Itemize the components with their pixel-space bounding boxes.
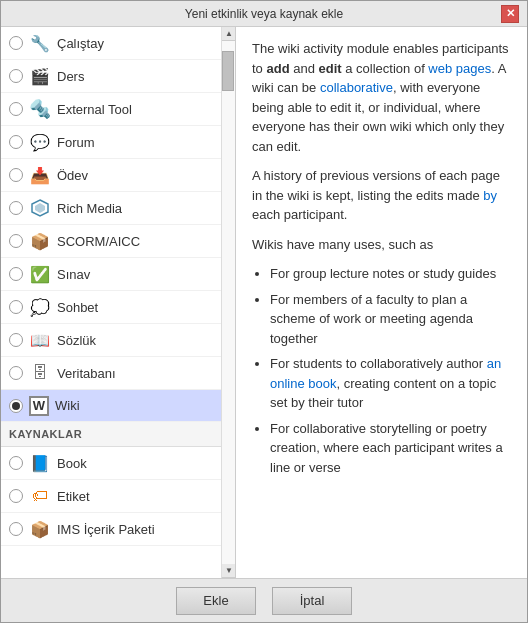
list-item-2: For members of a faculty to plan a schem… <box>270 290 511 349</box>
list-item-ims[interactable]: 📦 IMS İçerik Paketi <box>1 513 221 546</box>
list-item-3: For students to collaboratively author a… <box>270 354 511 413</box>
label-veritabani: Veritabanı <box>57 366 116 381</box>
label-sinav: Sınav <box>57 267 90 282</box>
bold-add: add <box>266 61 289 76</box>
svg-marker-1 <box>35 203 45 213</box>
icon-sohbet: 💭 <box>29 296 51 318</box>
radio-veritabani[interactable] <box>9 366 23 380</box>
scroll-thumb[interactable] <box>222 51 234 91</box>
resources-section-header: KAYNAKLAR <box>1 422 221 447</box>
icon-book: 📘 <box>29 452 51 474</box>
activities-list: 🔧 Çalıştay 🎬 Ders 🔩 External Tool <box>1 27 221 578</box>
list-item-sozluk[interactable]: 📖 Sözlük <box>1 324 221 357</box>
left-scroll-container: 🔧 Çalıştay 🎬 Ders 🔩 External Tool <box>1 27 235 578</box>
icon-external-tool: 🔩 <box>29 98 51 120</box>
radio-ders[interactable] <box>9 69 23 83</box>
label-book: Book <box>57 456 87 471</box>
title-bar: Yeni etkinlik veya kaynak ekle ✕ <box>1 1 527 27</box>
list-item-scorm[interactable]: 📦 SCORM/AICC <box>1 225 221 258</box>
list-item-etiket[interactable]: 🏷 Etiket <box>1 480 221 513</box>
label-sozluk: Sözlük <box>57 333 96 348</box>
link-collaborative: collaborative <box>320 80 393 95</box>
description-para-2: A history of previous versions of each p… <box>252 166 511 225</box>
radio-forum[interactable] <box>9 135 23 149</box>
label-scorm: SCORM/AICC <box>57 234 140 249</box>
description-para-3: Wikis have many uses, such as <box>252 235 511 255</box>
icon-sinav: ✅ <box>29 263 51 285</box>
list-item-4: For collaborative storytelling or poetry… <box>270 419 511 478</box>
list-item-calistay[interactable]: 🔧 Çalıştay <box>1 27 221 60</box>
list-item-book[interactable]: 📘 Book <box>1 447 221 480</box>
list-item-sohbet[interactable]: 💭 Sohbet <box>1 291 221 324</box>
icon-scorm: 📦 <box>29 230 51 252</box>
list-item-sinav[interactable]: ✅ Sınav <box>1 258 221 291</box>
label-etiket: Etiket <box>57 489 90 504</box>
list-item-wiki[interactable]: W Wiki <box>1 390 221 422</box>
scrollbar[interactable]: ▲ ▼ <box>221 27 235 578</box>
scroll-track <box>222 41 235 564</box>
footer: Ekle İptal <box>1 578 527 622</box>
description-para-1: The wiki activity module enables partici… <box>252 39 511 156</box>
list-item-ders[interactable]: 🎬 Ders <box>1 60 221 93</box>
add-button[interactable]: Ekle <box>176 587 256 615</box>
scroll-down-arrow[interactable]: ▼ <box>222 564 236 578</box>
label-ims: IMS İçerik Paketi <box>57 522 155 537</box>
radio-external-tool[interactable] <box>9 102 23 116</box>
label-sohbet: Sohbet <box>57 300 98 315</box>
link-online-book: an online book <box>270 356 501 391</box>
radio-calistay[interactable] <box>9 36 23 50</box>
label-ders: Ders <box>57 69 84 84</box>
radio-book[interactable] <box>9 456 23 470</box>
description-list: For group lecture notes or study guides … <box>270 264 511 477</box>
cancel-button[interactable]: İptal <box>272 587 352 615</box>
list-item-odev[interactable]: 📥 Ödev <box>1 159 221 192</box>
label-calistay: Çalıştay <box>57 36 104 51</box>
radio-rich-media[interactable] <box>9 201 23 215</box>
radio-scorm[interactable] <box>9 234 23 248</box>
main-window: Yeni etkinlik veya kaynak ekle ✕ 🔧 Çalış… <box>0 0 528 623</box>
label-forum: Forum <box>57 135 95 150</box>
list-item-rich-media[interactable]: Rich Media <box>1 192 221 225</box>
link-webpages: web pages <box>428 61 491 76</box>
icon-forum: 💬 <box>29 131 51 153</box>
list-item-forum[interactable]: 💬 Forum <box>1 126 221 159</box>
close-button[interactable]: ✕ <box>501 5 519 23</box>
icon-etiket: 🏷 <box>29 485 51 507</box>
radio-ims[interactable] <box>9 522 23 536</box>
icon-odev: 📥 <box>29 164 51 186</box>
scroll-up-arrow[interactable]: ▲ <box>222 27 236 41</box>
radio-sinav[interactable] <box>9 267 23 281</box>
radio-sohbet[interactable] <box>9 300 23 314</box>
icon-calistay: 🔧 <box>29 32 51 54</box>
icon-veritabani: 🗄 <box>29 362 51 384</box>
radio-etiket[interactable] <box>9 489 23 503</box>
list-item-veritabani[interactable]: 🗄 Veritabanı <box>1 357 221 390</box>
link-by: by <box>483 188 497 203</box>
radio-wiki[interactable] <box>9 399 23 413</box>
right-panel: The wiki activity module enables partici… <box>236 27 527 578</box>
icon-ders: 🎬 <box>29 65 51 87</box>
icon-sozluk: 📖 <box>29 329 51 351</box>
radio-odev[interactable] <box>9 168 23 182</box>
icon-rich-media <box>29 197 51 219</box>
label-rich-media: Rich Media <box>57 201 122 216</box>
label-external-tool: External Tool <box>57 102 132 117</box>
label-odev: Ödev <box>57 168 88 183</box>
content-area: 🔧 Çalıştay 🎬 Ders 🔩 External Tool <box>1 27 527 578</box>
icon-wiki: W <box>29 396 49 416</box>
list-item-external-tool[interactable]: 🔩 External Tool <box>1 93 221 126</box>
radio-sozluk[interactable] <box>9 333 23 347</box>
left-panel: 🔧 Çalıştay 🎬 Ders 🔩 External Tool <box>1 27 236 578</box>
window-title: Yeni etkinlik veya kaynak ekle <box>27 7 501 21</box>
icon-ims: 📦 <box>29 518 51 540</box>
list-item-1: For group lecture notes or study guides <box>270 264 511 284</box>
label-wiki: Wiki <box>55 398 80 413</box>
bold-edit: edit <box>319 61 342 76</box>
